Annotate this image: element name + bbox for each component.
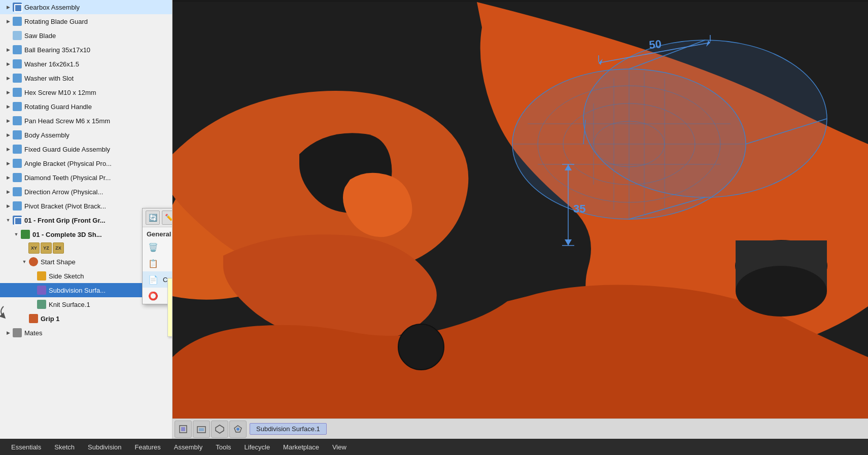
assembly-icon-2 — [12, 215, 22, 225]
tree-label-gearbox: Gearbox Assembly — [24, 4, 80, 11]
tree-item-ball-bearing[interactable]: Ball Bearing 35x17x10 — [0, 43, 172, 57]
tree-item-rotating-guard[interactable]: Rotating Guard Handle — [0, 99, 172, 114]
tree-arrow-start-shape[interactable] — [20, 258, 28, 266]
svg-point-3 — [736, 266, 827, 317]
menu-subdivision[interactable]: Subdivision — [82, 441, 128, 453]
part-icon-8 — [12, 130, 22, 140]
tree-label-rotating-blade: Rotating Blade Guard — [24, 18, 88, 25]
menu-essentials[interactable]: Essentials — [5, 441, 47, 453]
tree-arrow-saw-blade — [4, 31, 12, 40]
tree-arrow-complete-3d[interactable] — [12, 230, 20, 238]
part-icon-6 — [12, 101, 22, 112]
tree-item-fixed-guard[interactable]: Fixed Guard Guide Assembly — [0, 142, 172, 156]
ctx-replace-icon: 📋 — [148, 258, 159, 269]
menu-lifecycle[interactable]: Lifecycle — [238, 441, 276, 453]
tree-label-start-shape: Start Shape — [41, 258, 76, 266]
tree-item-rotating-blade[interactable]: Rotating Blade Guard — [0, 14, 172, 28]
3d-viewport[interactable]: 50 35 — [172, 0, 868, 439]
tree-item-diamond-teeth[interactable]: Diamond Teeth (Physical Pr... — [0, 170, 172, 185]
tree-arrow-ball-bearing[interactable] — [4, 46, 12, 54]
svg-text:50: 50 — [648, 38, 662, 51]
menu-features[interactable]: Features — [129, 441, 167, 453]
subdivision-surface-label[interactable]: Subdivision Surface.1 — [250, 423, 327, 435]
tree-item-mates[interactable]: Mates — [0, 326, 172, 340]
part-icon-13 — [12, 201, 22, 211]
tree-arrow-mates[interactable] — [4, 329, 12, 337]
3d-scene-svg: 50 35 — [172, 0, 868, 439]
tooltip: Copy Copies the selected object to the c… — [167, 278, 172, 337]
tree-arrow-knit-surface — [28, 300, 37, 308]
ctx-delete-icon: 🗑️ — [148, 241, 159, 253]
model-tree-sidebar: Gearbox Assembly Rotating Blade Guard Sa… — [0, 0, 172, 439]
menu-bar: Essentials Sketch Subdivision Features A… — [0, 439, 868, 455]
tree-arrow-hex-screw[interactable] — [4, 88, 12, 96]
tree-label-washer16: Washer 16x26x1.5 — [24, 60, 79, 68]
tree-arrow-side-sketch — [28, 272, 37, 280]
view-btn-1[interactable] — [175, 421, 192, 438]
3d-icon — [20, 229, 30, 239]
menu-assembly[interactable]: Assembly — [168, 441, 209, 453]
tree-arrow-washer-slot[interactable] — [4, 74, 12, 82]
y-axis-icon: YZ — [41, 242, 52, 254]
tree-arrow-body-assembly[interactable] — [4, 131, 12, 139]
tree-label-washer-slot: Washer with Slot — [24, 75, 74, 82]
svg-text:35: 35 — [573, 202, 585, 215]
ctx-delete-item[interactable]: 🗑️ — [143, 239, 172, 255]
assembly-icon — [12, 2, 22, 12]
tree-arrow-rotating-blade[interactable] — [4, 17, 12, 25]
ctx-circle-icon: ⭕ — [148, 290, 159, 301]
tree-item-washer-slot[interactable]: Washer with Slot — [0, 71, 172, 85]
tree-item-hex-screw[interactable]: Hex Screw M10 x 12mm — [0, 85, 172, 99]
tree-item-pan-head[interactable]: Pan Head Screw M6 x 15mm — [0, 114, 172, 128]
view-btn-4[interactable] — [229, 421, 247, 438]
svg-point-38 — [236, 428, 239, 431]
svg-rect-35 — [181, 427, 185, 431]
part-icon-7 — [12, 116, 22, 126]
x-axis-icon: XY — [28, 242, 40, 254]
part-icon-12 — [12, 187, 22, 197]
tree-label-subdivision-surf: Subdivision Surfa... — [49, 287, 106, 294]
tree-arrow-rotating-guard[interactable] — [4, 102, 12, 111]
tree-label-side-sketch: Side Sketch — [49, 272, 84, 280]
tree-label-pivot-bracket: Pivot Bracket (Pivot Brack... — [24, 202, 106, 210]
tree-label-rotating-guard: Rotating Guard Handle — [24, 103, 92, 111]
ctx-replace-item[interactable]: 📋 — [143, 255, 172, 271]
ctx-rotate-btn[interactable]: 🔄 — [146, 211, 160, 225]
tree-arrow-gearbox[interactable] — [4, 3, 12, 11]
part-icon-5 — [12, 87, 22, 97]
menu-marketplace[interactable]: Marketplace — [277, 441, 325, 453]
tree-label-pan-head: Pan Head Screw M6 x 15mm — [24, 117, 110, 125]
tree-item-direction-arrow[interactable]: Direction Arrow (Physical... — [0, 185, 172, 199]
tree-arrow-angle-bracket[interactable] — [4, 159, 12, 167]
tree-arrow-front-grip[interactable] — [4, 216, 12, 224]
view-btn-2[interactable] — [193, 421, 210, 438]
tree-arrow-diamond-teeth[interactable] — [4, 173, 12, 182]
menu-tools[interactable]: Tools — [210, 441, 237, 453]
menu-sketch[interactable]: Sketch — [48, 441, 81, 453]
tree-label-body-assembly: Body Assembly — [24, 131, 70, 139]
tree-item-angle-bracket[interactable]: Angle Bracket (Physical Pro... — [0, 156, 172, 170]
ctx-edit-btn[interactable]: ✏️ — [162, 211, 172, 225]
tree-item-gearbox[interactable]: Gearbox Assembly — [0, 0, 172, 14]
tree-label-complete-3d: 01 - Complete 3D Sh... — [32, 231, 102, 238]
part-icon-2 — [12, 45, 22, 55]
tree-arrow-fixed-guard[interactable] — [4, 145, 12, 153]
part-icon-10 — [12, 158, 22, 168]
part-icon-11 — [12, 172, 22, 183]
tree-arrow-pan-head[interactable] — [4, 117, 12, 125]
tree-item-grip1[interactable]: Grip 1 — [0, 311, 172, 326]
knit-icon — [37, 299, 47, 309]
bottom-toolbar: Subdivision Surface.1 — [172, 418, 868, 439]
tree-label-front-grip: 01 - Front Grip (Front Gr... — [24, 217, 106, 224]
tree-arrow-washer16[interactable] — [4, 60, 12, 68]
tree-arrow-pivot-bracket[interactable] — [4, 202, 12, 210]
tree-arrow-direction-arrow[interactable] — [4, 188, 12, 196]
part-icon-9 — [12, 144, 22, 154]
tree-item-saw-blade[interactable]: Saw Blade — [0, 28, 172, 43]
tree-item-body-assembly[interactable]: Body Assembly — [0, 128, 172, 142]
part-icon — [12, 16, 22, 26]
view-btn-3[interactable] — [211, 421, 228, 438]
svg-point-33 — [398, 324, 444, 370]
menu-view[interactable]: View — [326, 441, 353, 453]
tree-item-washer16[interactable]: Washer 16x26x1.5 — [0, 57, 172, 71]
